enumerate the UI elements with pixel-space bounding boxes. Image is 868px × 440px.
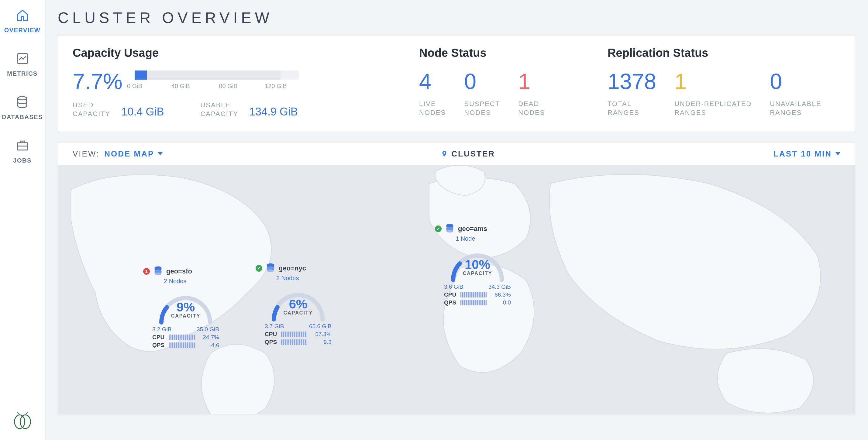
home-icon (16, 8, 29, 23)
briefcase-icon (16, 139, 29, 153)
sidebar-item-databases[interactable]: DATABASES (2, 95, 43, 121)
qps-sparkline (281, 339, 307, 345)
cpu-label: CPU (152, 334, 166, 341)
node-map[interactable]: 1 geo=sfo 2 Nodes 9%CAPACITY 3.2 GiB35.0… (58, 165, 855, 414)
capacity-gauge: 6%CAPACITY (268, 286, 329, 322)
svg-point-3 (14, 415, 25, 429)
database-icon (16, 95, 29, 110)
dead-nodes-value: 1 (518, 70, 545, 92)
cpu-sparkline (169, 335, 195, 340)
total-gib: 35.0 GiB (197, 326, 219, 333)
check-badge-icon: ✓ (256, 265, 262, 272)
live-nodes-label: LIVE NODES (419, 100, 446, 117)
used-capacity-label: USED CAPACITY (73, 101, 110, 118)
pin-icon (441, 150, 448, 158)
svg-point-13 (267, 270, 274, 272)
capacity-heading: Capacity Usage (73, 46, 395, 60)
gauge-label: CAPACITY (155, 313, 216, 319)
capacity-tick: 0 GiB (127, 83, 142, 90)
marker-subtitle: 2 Nodes (276, 275, 341, 282)
cpu-value: 66.3% (490, 291, 511, 298)
used-gib: 3.2 GiB (152, 326, 172, 333)
cpu-value: 24.7% (198, 334, 219, 341)
summary-card: Capacity Usage 7.7% 0 GiB 40 GiB 80 GiB … (58, 35, 855, 132)
marker-subtitle: 2 Nodes (164, 278, 228, 285)
qps-label: QPS (444, 299, 457, 306)
gauge-percent: 6% (268, 297, 329, 311)
qps-label: QPS (265, 339, 278, 345)
total-gib: 34.3 GiB (488, 284, 511, 290)
replication-heading: Replication Status (608, 46, 840, 60)
time-range-value: LAST 10 MIN (773, 149, 832, 159)
breadcrumb-label: CLUSTER (451, 149, 495, 159)
capacity-section: Capacity Usage 7.7% 0 GiB 40 GiB 80 GiB … (73, 46, 395, 118)
marker-title: geo=nyc (279, 264, 306, 272)
unavailable-ranges-label: UNAVAILABLE RANGES (770, 100, 821, 117)
node-status-section: Node Status 4 LIVE NODES 0 SUSPECT NODES… (407, 46, 595, 118)
qps-sparkline (169, 342, 195, 348)
node-marker-sfo[interactable]: 1 geo=sfo 2 Nodes 9%CAPACITY 3.2 GiB35.0… (143, 265, 228, 349)
view-dropdown[interactable]: NODE MAP (104, 149, 163, 159)
view-label: VIEW: (73, 149, 99, 159)
database-stack-icon (445, 223, 455, 234)
qps-label: QPS (152, 342, 166, 349)
capacity-gauge: 10%CAPACITY (447, 246, 508, 283)
node-marker-nyc[interactable]: ✓ geo=nyc 2 Nodes 6%CAPACITY 3.7 GiB65.6… (256, 262, 341, 346)
capacity-percent: 7.7% (73, 70, 122, 92)
gauge-percent: 9% (155, 300, 216, 315)
svg-point-10 (155, 273, 162, 275)
total-gib: 65.6 GiB (309, 323, 332, 330)
sidebar: OVERVIEW METRICS DATABASES JOBS (0, 0, 45, 440)
under-replicated-value: 1 (674, 70, 752, 92)
dead-nodes-label: DEAD NODES (518, 100, 545, 117)
database-stack-icon (153, 265, 163, 277)
svg-point-4 (20, 415, 30, 429)
cpu-label: CPU (444, 291, 457, 298)
capacity-bar-usable (135, 70, 281, 80)
usable-capacity-label: USABLE CAPACITY (200, 101, 238, 118)
cpu-sparkline (281, 332, 307, 337)
used-gib: 3.7 GiB (265, 323, 284, 330)
cpu-value: 57.3% (310, 331, 332, 338)
svg-point-16 (446, 230, 454, 233)
sidebar-item-overview[interactable]: OVERVIEW (4, 8, 40, 34)
total-ranges-label: TOTAL RANGES (608, 100, 656, 117)
marker-title: geo=sfo (166, 268, 192, 275)
suspect-nodes-label: SUSPECT NODES (464, 100, 500, 117)
qps-sparkline (460, 300, 487, 305)
sidebar-item-label: DATABASES (2, 114, 43, 121)
node-marker-ams[interactable]: ✓ geo=ams 1 Node 10%CAPACITY 3.6 GiB34.3… (435, 223, 520, 307)
sidebar-item-label: OVERVIEW (4, 27, 40, 34)
view-dropdown-value: NODE MAP (104, 149, 154, 159)
capacity-ticks: 0 GiB 40 GiB 80 GiB 120 GiB (135, 83, 299, 91)
cpu-sparkline (460, 292, 487, 297)
capacity-bar-used (135, 70, 147, 80)
qps-value: 4.6 (198, 342, 219, 349)
capacity-bar-wrap: 0 GiB 40 GiB 80 GiB 120 GiB (135, 70, 395, 91)
sidebar-item-jobs[interactable]: JOBS (13, 139, 31, 164)
capacity-tick: 80 GiB (219, 83, 237, 90)
database-stack-icon (265, 262, 276, 274)
capacity-gauge: 9%CAPACITY (155, 289, 216, 325)
under-replicated-label: UNDER-REPLICATED RANGES (674, 100, 752, 117)
alert-badge-icon: 1 (143, 268, 150, 275)
total-ranges-value: 1378 (608, 70, 656, 92)
chart-icon (16, 52, 29, 67)
used-gib: 3.6 GiB (444, 284, 463, 290)
qps-value: 9.3 (310, 339, 332, 345)
replication-section: Replication Status 1378 TOTAL RANGES 1 U… (608, 46, 840, 118)
sidebar-item-metrics[interactable]: METRICS (7, 52, 38, 77)
time-range-dropdown[interactable]: LAST 10 MIN (773, 149, 840, 159)
breadcrumb[interactable]: CLUSTER (163, 149, 773, 159)
main-content: CLUSTER OVERVIEW Capacity Usage 7.7% 0 G… (45, 0, 868, 440)
unavailable-ranges-value: 0 (770, 70, 821, 92)
usable-capacity-value: 134.9 GiB (249, 105, 298, 118)
svg-point-1 (18, 97, 27, 100)
svg-line-6 (25, 412, 28, 415)
capacity-tick: 40 GiB (172, 83, 190, 90)
svg-line-5 (17, 412, 20, 415)
node-status-heading: Node Status (419, 46, 595, 60)
qps-value: 0.0 (490, 299, 511, 306)
gauge-percent: 10% (447, 257, 508, 272)
suspect-nodes-value: 0 (464, 70, 500, 92)
